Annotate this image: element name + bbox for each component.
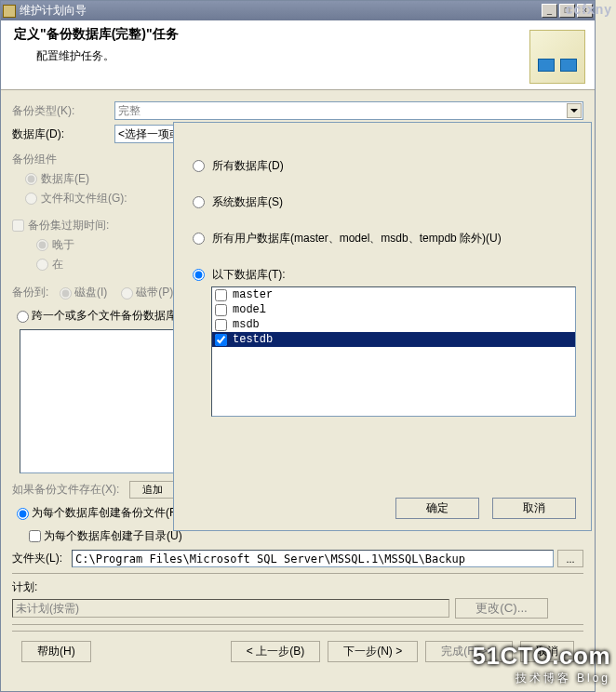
append-button[interactable]: 追加 <box>129 481 176 499</box>
folder-input[interactable] <box>72 550 554 567</box>
db-checkbox[interactable] <box>215 319 227 331</box>
opt-all-label: 所有数据库(D) <box>212 158 284 174</box>
database-select-popup: 所有数据库(D) 系统数据库(S) 所有用户数据库(master、model、m… <box>173 122 592 531</box>
db-checkbox[interactable] <box>215 289 227 301</box>
app-icon <box>3 5 16 18</box>
opt-user-radio[interactable] <box>193 233 205 245</box>
back-button[interactable]: < 上一步(B) <box>231 641 320 662</box>
db-name: msdb <box>233 318 260 331</box>
opt-sys-radio[interactable] <box>193 196 205 208</box>
help-button[interactable]: 帮助(H) <box>21 641 91 662</box>
db-name: testdb <box>233 333 273 346</box>
opt-these-label: 以下数据库(T): <box>212 267 286 283</box>
list-item[interactable]: model <box>212 302 575 317</box>
page-subtitle: 配置维护任务。 <box>36 48 582 64</box>
expire-checkbox <box>12 220 24 232</box>
subdir-checkbox[interactable] <box>29 530 41 542</box>
db-checkbox[interactable] <box>215 304 227 316</box>
schedule-label: 计划: <box>12 579 583 595</box>
across-files-radio[interactable] <box>17 311 29 323</box>
component-db-radio <box>25 173 37 185</box>
tape-radio <box>121 287 133 299</box>
close-button[interactable]: × <box>577 4 593 18</box>
files-listbox[interactable] <box>20 329 187 473</box>
list-item[interactable]: testdb <box>212 332 575 347</box>
if-exist-label: 如果备份文件存在(X): <box>12 482 119 498</box>
wizard-header: 定义"备份数据库(完整)"任务 配置维护任务。 <box>1 20 595 90</box>
expire-after-label: 晚于 <box>52 237 74 253</box>
expire-label: 备份集过期时间: <box>28 218 109 233</box>
subdir-label: 为每个数据库创建子目录(U) <box>44 528 182 544</box>
minimize-button[interactable]: _ <box>542 4 557 18</box>
schedule-display: 未计划(按需) <box>12 599 449 618</box>
tape-label: 磁带(P) <box>136 285 173 300</box>
database-label: 数据库(D): <box>12 126 114 142</box>
cancel-wizard-button[interactable]: 取消 <box>520 641 574 662</box>
page-title: 定义"备份数据库(完整)"任务 <box>14 26 582 43</box>
db-checkbox[interactable] <box>215 334 227 346</box>
ok-button[interactable]: 确定 <box>395 498 479 519</box>
list-item[interactable]: master <box>212 287 575 302</box>
opt-all-radio[interactable] <box>193 160 205 172</box>
change-schedule-button[interactable]: 更改(C)... <box>455 598 548 619</box>
opt-user-label: 所有用户数据库(master、model、msdb、tempdb 除外)(U) <box>212 231 502 246</box>
header-graphic <box>529 30 585 84</box>
next-button[interactable]: 下一步(N) > <box>328 641 418 662</box>
opt-these-radio[interactable] <box>193 269 205 281</box>
disk-label: 磁盘(I) <box>74 285 107 300</box>
per-db-radio[interactable] <box>17 508 29 520</box>
browse-button[interactable]: ... <box>557 550 583 567</box>
expire-at-label: 在 <box>52 257 63 273</box>
backup-to-label: 备份到: <box>12 285 48 300</box>
expire-at-radio <box>36 259 48 271</box>
disk-radio <box>60 287 72 299</box>
db-name: master <box>233 288 273 301</box>
per-db-label: 为每个数据库创建备份文件(R) <box>32 505 181 521</box>
component-db-label: 数据库(E) <box>41 171 89 187</box>
db-name: model <box>233 303 266 316</box>
database-list[interactable]: master model msdb testdb <box>211 286 576 417</box>
component-files-radio <box>25 193 37 205</box>
folder-label: 文件夹(L): <box>12 551 72 566</box>
backup-type-combo[interactable]: 完整 <box>114 101 583 120</box>
maximize-button[interactable]: □ <box>559 4 575 18</box>
list-item[interactable]: msdb <box>212 317 575 332</box>
opt-sys-label: 系统数据库(S) <box>212 194 283 210</box>
wizard-buttons: 帮助(H) < 上一步(B) 下一步(N) > 完成(F) >>| 取消 <box>12 631 583 662</box>
backup-type-value: 完整 <box>118 103 141 119</box>
titlebar: 维护计划向导 _ □ × <box>1 1 595 20</box>
backup-type-label: 备份类型(K): <box>12 103 114 119</box>
component-files-label: 文件和文件组(G): <box>41 191 127 206</box>
across-files-label: 跨一个或多个文件备份数据库(S): <box>32 308 194 324</box>
cancel-button[interactable]: 取消 <box>492 498 576 519</box>
window-title: 维护计划向导 <box>20 3 540 19</box>
expire-after-radio <box>36 239 48 251</box>
chevron-down-icon <box>567 103 582 118</box>
finish-button: 完成(F) >>| <box>425 641 513 662</box>
